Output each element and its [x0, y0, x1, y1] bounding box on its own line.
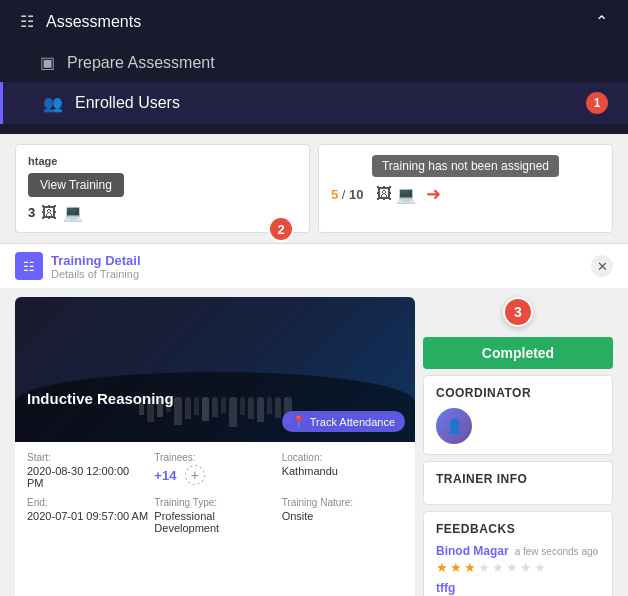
enrolled-users-badge: 1	[586, 92, 608, 114]
training-meta: Start: 2020-08-30 12:00:00 PM Trainees: …	[15, 442, 415, 544]
close-panel-button[interactable]: ✕	[591, 255, 613, 277]
prepare-assessment-label: Prepare Assessment	[67, 54, 215, 72]
trainer-info-section: TRAINER INFO	[423, 461, 613, 505]
feedbacks-section: FEEDBACKS Binod Magar a few seconds ago …	[423, 511, 613, 596]
coordinator-section: COORDINATOR 👤	[423, 375, 613, 455]
feedback-name-1: Binod Magar	[436, 544, 509, 558]
step-3-badge: 3	[503, 297, 533, 327]
detail-panel-title: Training Detail	[51, 253, 141, 268]
right-panel: 3 Completed COORDINATOR 👤 TRAINER INFO F…	[423, 297, 613, 596]
prepare-assessment-item[interactable]: ▣ Prepare Assessment	[0, 43, 628, 82]
star-8: ★	[534, 560, 546, 575]
step-card-2: Training has not been assigned 5 / 10 🖼 …	[318, 144, 613, 233]
card1-icons: 3 🖼 💻	[28, 203, 297, 222]
trainer-info-title: TRAINER INFO	[436, 472, 600, 486]
view-training-button[interactable]: View Training	[28, 173, 124, 197]
coordinator-title: COORDINATOR	[436, 386, 600, 400]
detail-panel-subtitle: Details of Training	[51, 268, 141, 280]
star-7: ★	[520, 560, 532, 575]
not-assigned-badge: Training has not been assigned	[372, 155, 559, 177]
step-card-1: htage View Training 3 🖼 💻 2	[15, 144, 310, 233]
training-image: Inductive Reasoning 📍 Track Attendance	[15, 297, 415, 442]
feedbacks-title: FEEDBACKS	[436, 522, 600, 536]
assessments-header[interactable]: ☷ Assessments ⌃	[0, 0, 628, 43]
detail-panel-icon: ☷	[15, 252, 43, 280]
chevron-up-icon: ⌃	[595, 12, 608, 31]
star-6: ★	[506, 560, 518, 575]
meta-training-type: Training Type: Professional Development	[154, 497, 275, 534]
prepare-assessment-icon: ▣	[40, 53, 55, 72]
feedback-name-2: tffg	[436, 581, 455, 595]
meta-start: Start: 2020-08-30 12:00:00 PM	[27, 452, 148, 489]
star-5: ★	[492, 560, 504, 575]
screen2-icon: 💻	[396, 185, 416, 204]
top-nav: ☷ Assessments ⌃ ▣ Prepare Assessment 👥 E…	[0, 0, 628, 134]
track-attendance-button[interactable]: 📍 Track Attendance	[282, 411, 405, 432]
monitor2-icon: 🖼	[376, 185, 392, 203]
arrow-icon: ➜	[426, 183, 441, 205]
star-2: ★	[450, 560, 462, 575]
trainees-count: +14	[154, 468, 176, 483]
star-4: ★	[478, 560, 490, 575]
meta-end: End: 2020-07-01 09:57:00 AM	[27, 497, 148, 534]
feedback-item-1: Binod Magar a few seconds ago ★ ★ ★ ★ ★ …	[436, 544, 600, 575]
assessments-label: Assessments	[46, 13, 141, 31]
meta-training-nature: Training Nature: Onsite	[282, 497, 403, 534]
feedback-stars-1: ★ ★ ★ ★ ★ ★ ★ ★	[436, 560, 600, 575]
star-1: ★	[436, 560, 448, 575]
enrolled-users-item[interactable]: 👥 Enrolled Users 1	[0, 82, 628, 124]
enrolled-users-icon: 👥	[43, 94, 63, 113]
training-title: Inductive Reasoning	[27, 390, 174, 407]
status-completed: Completed	[423, 337, 613, 369]
star-3: ★	[464, 560, 476, 575]
feedback-time-1: a few seconds ago	[515, 546, 598, 557]
screen-icon: 💻	[63, 203, 83, 222]
detail-panel-header: ☷ Training Detail Details of Training ✕	[0, 243, 628, 289]
meta-location: Location: Kathmandu	[282, 452, 403, 489]
card1-title: htage	[28, 155, 297, 167]
location-pin-icon: 📍	[292, 415, 306, 428]
monitor-icon: 🖼	[41, 204, 57, 222]
coordinator-avatar: 👤	[436, 408, 472, 444]
assessments-icon: ☷	[20, 12, 34, 31]
main-content: Inductive Reasoning 📍 Track Attendance S…	[0, 289, 628, 596]
feedback-item-2: tffg	[436, 581, 600, 595]
fraction-display: 5 / 10	[331, 187, 364, 202]
add-trainee-button[interactable]: +	[185, 465, 205, 485]
steps-row: htage View Training 3 🖼 💻 2 Training has…	[0, 134, 628, 243]
training-card: Inductive Reasoning 📍 Track Attendance S…	[15, 297, 415, 596]
meta-trainees: Trainees: +14 +	[154, 452, 275, 489]
step-number-2: 2	[268, 216, 294, 242]
card1-number: 3	[28, 205, 35, 220]
enrolled-users-label: Enrolled Users	[75, 94, 180, 112]
